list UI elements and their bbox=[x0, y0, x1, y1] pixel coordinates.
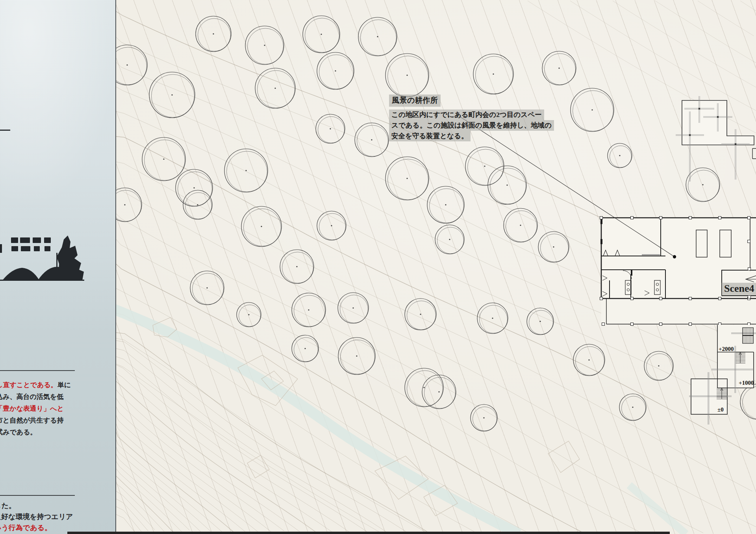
sidebar-divider bbox=[0, 495, 75, 496]
sidebar-paragraph-main: し直すことである。単に込み、高台の活気を低「豊かな表通り」へと市と自然が共生する… bbox=[0, 379, 71, 438]
existing-building-footprints bbox=[153, 317, 580, 516]
text-line: 「豊かな表通り」へと bbox=[0, 403, 71, 415]
mound bbox=[2, 268, 39, 280]
building-floor-plan bbox=[600, 217, 756, 326]
sidebar-paragraph-bottom: した。良好な環境を持つエリアいう行為である。 bbox=[0, 500, 73, 533]
annotation-callout: 風景の耕作所 この地区内にすでにある町内会の2つ目のスペースである。この施設は斜… bbox=[389, 95, 554, 141]
annotation-line: この地区内にすでにある町内会の2つ目のスペー bbox=[389, 109, 544, 120]
annotation-title: 風景の耕作所 bbox=[389, 95, 441, 107]
level-label: ±0 bbox=[717, 406, 724, 413]
text-line: 良好な環境を持つエリア bbox=[0, 511, 73, 522]
upper-right-building bbox=[676, 96, 756, 182]
text-line: 試みである。 bbox=[0, 426, 71, 438]
bottom-edge-bar bbox=[67, 532, 670, 534]
level-label: +2000 bbox=[719, 346, 734, 352]
tree-silhouette bbox=[57, 235, 84, 280]
stream-branch bbox=[629, 485, 686, 534]
text-line: した。 bbox=[0, 500, 73, 511]
level-label: +1000 bbox=[739, 380, 754, 386]
annotation-line: スである。この施設は斜面の風景を維持し、地域の bbox=[389, 120, 554, 131]
text-line: し直すことである。単に bbox=[0, 379, 71, 391]
sidebar-panel: し直すことである。単に込み、高台の活気を低「豊かな表通り」へと市と自然が共生する… bbox=[0, 0, 116, 534]
building-silhouette-illustration bbox=[0, 232, 91, 284]
annotation-line: 安全を守る装置となる。 bbox=[389, 131, 471, 141]
leader-dot bbox=[673, 255, 676, 258]
annotation-body: この地区内にすでにある町内会の2つ目のスペースである。この施設は斜面の風景を維持… bbox=[389, 109, 554, 141]
text-line: いう行為である。 bbox=[0, 522, 73, 533]
presentation-board: 風景の耕作所 この地区内にすでにある町内会の2つ目のスペースである。この施設は斜… bbox=[0, 0, 756, 534]
text-line: 込み、高台の活気を低 bbox=[0, 391, 71, 403]
sidebar-divider bbox=[0, 370, 75, 371]
text-line: 市と自然が共生する持 bbox=[0, 415, 71, 426]
scene-label: Scene4 bbox=[722, 283, 756, 295]
sidebar-top-dash bbox=[0, 130, 10, 131]
